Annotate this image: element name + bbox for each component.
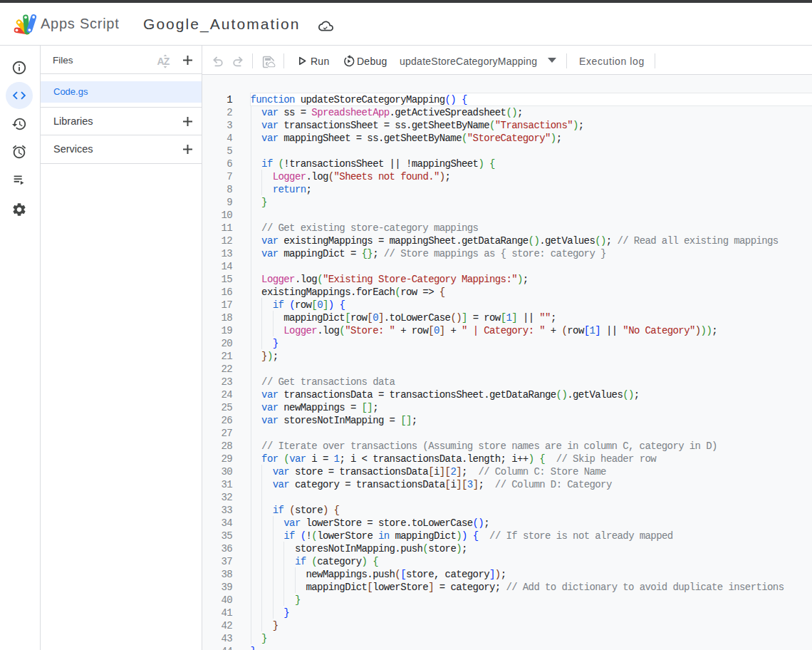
svg-text:AZ: AZ (157, 56, 170, 67)
